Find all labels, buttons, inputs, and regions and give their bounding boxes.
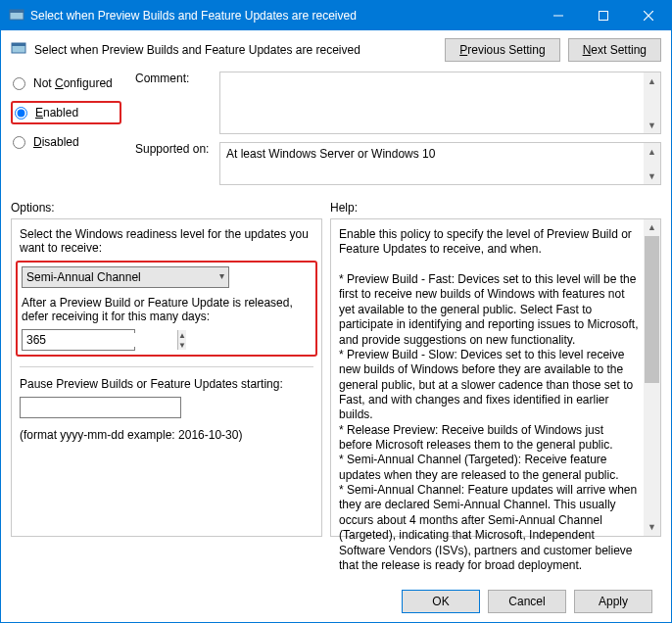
app-icon — [9, 8, 24, 24]
supported-label: Supported on: — [135, 142, 212, 156]
titlebar: Select when Preview Builds and Feature U… — [1, 1, 671, 30]
readiness-label: Select the Windows readiness level for t… — [20, 227, 313, 255]
spin-down-icon[interactable]: ▼ — [178, 340, 186, 350]
comment-label: Comment: — [135, 72, 212, 85]
previous-setting-button[interactable]: Previous Setting — [445, 38, 559, 62]
readiness-select[interactable]: Semi-Annual Channel ▾ — [22, 266, 229, 288]
help-pane: Enable this policy to specify the level … — [330, 218, 661, 537]
supported-scrollbar[interactable]: ▲ ▼ — [644, 143, 660, 184]
svg-rect-1 — [10, 10, 24, 13]
ok-button[interactable]: OK — [402, 590, 480, 613]
spin-up-icon[interactable]: ▲ — [178, 330, 186, 340]
scroll-thumb[interactable] — [645, 236, 659, 383]
svg-rect-7 — [12, 43, 25, 46]
help-text: Enable this policy to specify the level … — [339, 227, 639, 573]
window-buttons — [536, 1, 671, 30]
scroll-up-icon[interactable]: ▲ — [644, 219, 660, 236]
window-title: Select when Preview Builds and Feature U… — [30, 9, 536, 23]
apply-button[interactable]: Apply — [574, 590, 652, 613]
pause-label: Pause Preview Builds or Feature Updates … — [20, 377, 313, 391]
footer-buttons: OK Cancel Apply — [402, 590, 652, 613]
maximize-button[interactable] — [581, 1, 626, 30]
scroll-down-icon[interactable]: ▼ — [644, 168, 660, 184]
scroll-up-icon[interactable]: ▲ — [644, 143, 660, 160]
comment-scrollbar[interactable]: ▲ ▼ — [644, 72, 660, 133]
options-pane: Select the Windows readiness level for t… — [11, 218, 322, 537]
options-label: Options: — [11, 201, 330, 215]
supported-field: At least Windows Server or Windows 10 ▲ … — [219, 142, 661, 185]
defer-days-input[interactable]: ▲ ▼ — [22, 329, 135, 351]
format-hint: (format yyyy-mm-dd example: 2016-10-30) — [20, 428, 313, 442]
pause-date-input[interactable] — [20, 397, 181, 418]
radio-disabled[interactable]: Disabled — [11, 132, 123, 152]
scroll-down-icon[interactable]: ▼ — [644, 519, 660, 536]
defer-label: After a Preview Build or Feature Update … — [22, 296, 312, 323]
chevron-down-icon: ▾ — [219, 270, 224, 281]
policy-heading: Select when Preview Builds and Feature U… — [34, 43, 437, 57]
radio-enabled[interactable]: Enabled — [11, 101, 121, 124]
radio-not-configured[interactable]: Not Configured — [11, 73, 123, 93]
defer-days-field[interactable] — [23, 333, 177, 347]
comment-field[interactable]: ▲ ▼ — [219, 72, 661, 134]
close-button[interactable] — [626, 1, 671, 30]
help-scrollbar[interactable]: ▲ ▼ — [644, 219, 660, 536]
next-setting-button[interactable]: Next Setting — [568, 38, 661, 62]
header-icon — [11, 41, 26, 60]
scroll-down-icon[interactable]: ▼ — [644, 117, 660, 133]
minimize-button[interactable] — [536, 1, 581, 30]
svg-rect-3 — [600, 12, 608, 21]
scroll-up-icon[interactable]: ▲ — [644, 72, 660, 89]
cancel-button[interactable]: Cancel — [488, 590, 566, 613]
help-label: Help: — [330, 201, 358, 215]
